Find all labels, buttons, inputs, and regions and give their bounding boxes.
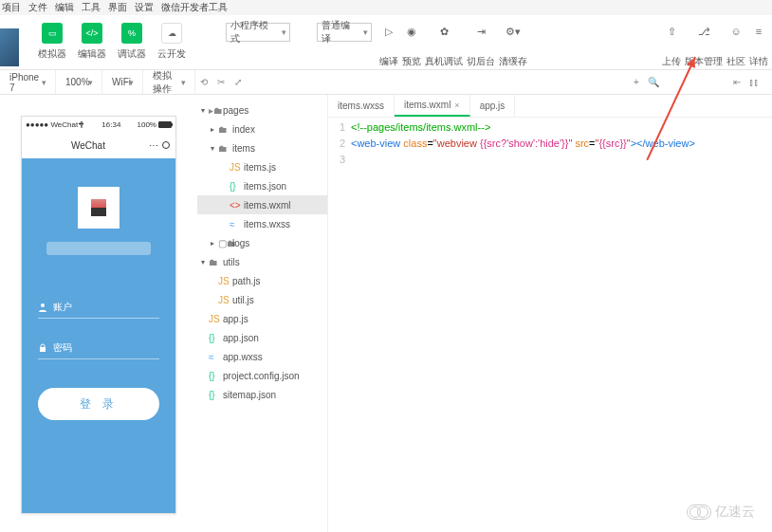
menu-item[interactable]: 文件	[28, 1, 47, 14]
menu-item[interactable]: 编辑	[55, 1, 74, 14]
toolbar-button-模拟器[interactable]: ▭模拟器	[38, 23, 66, 61]
editor-tab[interactable]: items.wxss	[328, 95, 395, 117]
status-time: 16:34	[101, 120, 120, 129]
file-type-icon: {}	[209, 371, 220, 381]
split-icon[interactable]: ⫿⫿	[747, 76, 761, 89]
toolbar-icon: ▷	[380, 23, 397, 40]
tree-twisty-icon: ▸	[211, 125, 218, 134]
file-type-icon: ▢🖿	[218, 238, 230, 248]
file-type-icon: ▸🖿	[209, 105, 220, 116]
toolbar-icon: ✿	[435, 23, 452, 40]
sub-toolbar: iPhone 7 100% WiFi 模拟操作 ⟲ ✂ ⤢ + 🔍 ⇤ ⫿⫿	[0, 70, 772, 95]
toolbar-button-编辑器[interactable]: </>编辑器	[78, 23, 106, 61]
editor-tab[interactable]: items.wxml×	[395, 95, 470, 117]
file-tree-item[interactable]: ▾🖿utils	[197, 252, 327, 271]
file-tree-item[interactable]: {}items.json	[197, 176, 327, 195]
file-type-icon: {}	[230, 181, 241, 192]
toolbar-button-预览[interactable]: ◉预览	[402, 23, 421, 68]
account-label: 账户	[53, 301, 72, 314]
tree-twisty-icon: ▾	[211, 144, 218, 153]
close-icon[interactable]: ×	[454, 101, 459, 110]
mock-select[interactable]: 模拟操作	[149, 74, 189, 91]
file-tree-item[interactable]: ▾▸🖿pages	[197, 101, 327, 119]
cut-icon[interactable]: ✂	[214, 76, 228, 89]
file-tree-item[interactable]: JSpath.js	[197, 271, 327, 290]
file-tree-item[interactable]: ≈app.wxss	[197, 347, 327, 366]
file-type-icon: <>	[230, 200, 241, 211]
menu-item[interactable]: 界面	[108, 1, 127, 14]
main-toolbar: ▭模拟器</>编辑器%调试器☁云开发 小程序模式 普通编译 ▷编译◉预览✿真机调…	[0, 15, 772, 70]
avatar	[78, 187, 119, 229]
compile-dropdown[interactable]: 普通编译	[317, 23, 372, 42]
app-navbar: WeChat ⋯	[22, 132, 175, 158]
toolbar-button-清缓存[interactable]: ⚙▾清缓存	[499, 23, 527, 68]
password-field[interactable]: 密码	[38, 338, 159, 359]
toolbar-label: 切后台	[467, 55, 495, 68]
lock-icon	[38, 343, 47, 353]
editor-tab[interactable]: app.js	[470, 95, 516, 117]
menu-icon[interactable]: ⋯	[149, 140, 158, 151]
add-icon[interactable]: +	[630, 76, 643, 89]
toolbar-button-编译[interactable]: ▷编译	[379, 23, 398, 68]
file-tree-item[interactable]: {}app.json	[197, 328, 327, 347]
file-tree-item[interactable]: {}project.config.json	[197, 366, 327, 385]
toolbar-button-调试器[interactable]: %调试器	[118, 23, 146, 61]
toolbar-button-社区[interactable]: ☺社区	[726, 23, 745, 68]
toolbar-icon: ◉	[403, 23, 420, 40]
file-tree-item[interactable]: {}sitemap.json	[197, 385, 327, 404]
file-tree-item[interactable]: JSutil.js	[197, 290, 327, 309]
password-label: 密码	[53, 341, 72, 355]
toolbar-label: 详情	[749, 55, 768, 68]
menu-item[interactable]: 项目	[2, 1, 21, 14]
menu-item[interactable]: 微信开发者工具	[161, 1, 228, 14]
file-name: items.wxml	[244, 200, 290, 211]
account-field[interactable]: 账户	[38, 297, 159, 319]
file-tree-item[interactable]: <>items.wxml	[197, 195, 327, 214]
tab-label: items.wxss	[338, 101, 384, 111]
toolbar-button-详情[interactable]: ≡详情	[749, 23, 768, 68]
menu-item[interactable]: 设置	[135, 1, 154, 14]
file-tree-item[interactable]: ≈items.wxss	[197, 214, 327, 233]
navbar-title: WeChat	[71, 140, 105, 151]
line-gutter: 123	[328, 119, 351, 168]
toolbar-icon: </>	[82, 23, 102, 44]
login-button[interactable]: 登 录	[38, 388, 159, 420]
toolbar-right-group: ⇧上传⎇版本管理☺社区≡详情	[658, 23, 772, 68]
toolbar-button-真机调试[interactable]: ✿真机调试	[425, 23, 463, 68]
rotate-icon[interactable]: ⟲	[197, 76, 211, 89]
popout-icon[interactable]: ⤢	[231, 76, 245, 89]
file-explorer: ▾▸🖿pages▸🖿index▾🖿itemsJSitems.js{}items.…	[197, 95, 328, 532]
toolbar-button-云开发[interactable]: ☁云开发	[157, 23, 186, 61]
battery-pct: 100%	[138, 120, 156, 129]
toolbar-button-切后台[interactable]: ⇥切后台	[467, 23, 495, 68]
toolbar-label: 编辑器	[78, 47, 106, 61]
network-select[interactable]: WiFi	[108, 74, 137, 91]
toolbar-label: 社区	[726, 55, 745, 68]
search-icon[interactable]: 🔍	[647, 76, 660, 89]
file-tree-item[interactable]: ▸▢🖿logs	[197, 233, 327, 252]
file-name: app.js	[223, 314, 248, 324]
file-tree-item[interactable]: JSitems.js	[197, 157, 327, 176]
watermark-icon	[687, 504, 711, 520]
tree-twisty-icon: ▸	[211, 239, 218, 248]
file-tree-item[interactable]: JSapp.js	[197, 309, 327, 328]
app-icon	[0, 28, 19, 66]
mode-dropdown[interactable]: 小程序模式	[226, 23, 290, 42]
code-lines: <!--pages/items/items.wxml--><web-view c…	[351, 119, 772, 168]
file-type-icon: JS	[218, 276, 230, 286]
zoom-select[interactable]: 100%	[62, 74, 96, 91]
device-select[interactable]: iPhone 7	[6, 74, 49, 91]
file-type-icon: JS	[218, 295, 230, 305]
user-icon	[38, 303, 47, 312]
work-area: ●●●●● WeChat🕈 16:34 100% WeChat ⋯ 账户 密码	[0, 95, 772, 532]
file-tree-item[interactable]: ▾🖿items	[197, 138, 327, 157]
collapse-icon[interactable]: ⇤	[730, 76, 744, 89]
file-tree-item[interactable]: ▸🖿index	[197, 119, 327, 138]
menu-item[interactable]: 工具	[82, 1, 101, 14]
code-editor[interactable]: 123 <!--pages/items/items.wxml--><web-vi…	[328, 118, 772, 168]
svg-rect-1	[40, 347, 46, 352]
battery-icon	[158, 121, 172, 128]
toolbar-left-group: ▭模拟器</>编辑器%调试器☁云开发	[38, 23, 197, 61]
toolbar-button-上传[interactable]: ⇧上传	[662, 23, 681, 68]
close-capsule-icon[interactable]	[162, 141, 170, 149]
